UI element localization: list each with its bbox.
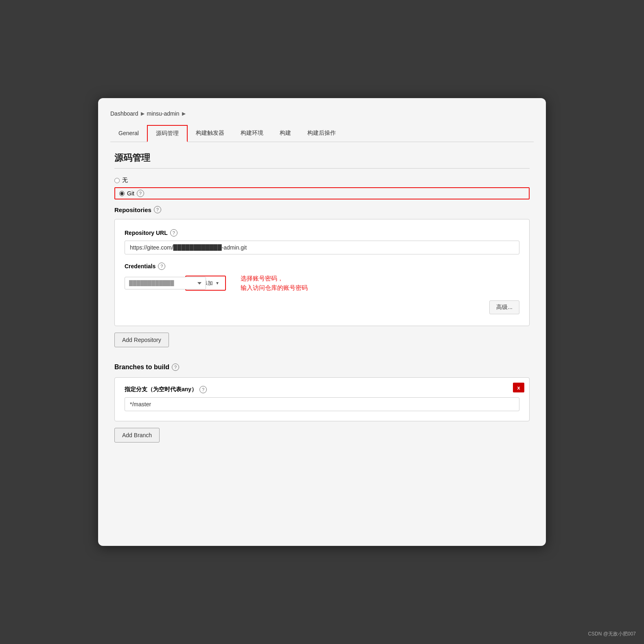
tab-general[interactable]: General [110, 125, 147, 142]
tab-build[interactable]: 构建 [272, 125, 299, 142]
chevron-down-icon: ▼ [215, 281, 219, 285]
branches-section: Branches to build ? x 指定分支（为空时代表any） ? A… [114, 364, 530, 442]
tab-post-build[interactable]: 构建后操作 [299, 125, 344, 142]
add-repository-button[interactable]: Add Repository [114, 333, 169, 347]
tab-scm[interactable]: 源码管理 [147, 125, 188, 142]
branch-field-label-row: 指定分支（为空时代表any） ? [125, 386, 519, 393]
content-area: 源码管理 无 Git ? Repositories ? Repositor [110, 152, 534, 442]
annotation-text: 选择账号密码，输入访问仓库的账号密码 [241, 274, 308, 292]
repo-url-input[interactable] [125, 241, 519, 254]
csdn-watermark: CSDN @无敌小肥007 [588, 631, 636, 637]
branches-label-row: Branches to build ? [114, 364, 530, 371]
branches-help-icon[interactable]: ? [172, 364, 179, 371]
branch-field-label: 指定分支（为空时代表any） [125, 386, 197, 393]
scm-none-radio[interactable] [114, 178, 120, 183]
branch-card: x 指定分支（为空时代表any） ? [114, 377, 530, 421]
main-window: Dashboard ▶ minsu-admin ▶ General 源码管理 构… [98, 98, 546, 546]
credentials-help-icon[interactable]: ? [158, 263, 165, 270]
breadcrumb-arrow-1: ▶ [141, 111, 145, 116]
scm-git-radio[interactable] [119, 191, 125, 196]
branch-field-help-icon[interactable]: ? [199, 386, 207, 393]
repo-url-help-icon[interactable]: ? [170, 229, 177, 237]
repo-url-label-row: Repository URL ? [125, 229, 519, 237]
repository-card: Repository URL ? Credentials ? █████████… [114, 219, 530, 326]
remove-branch-button[interactable]: x [513, 383, 524, 392]
tab-triggers[interactable]: 构建触发器 [188, 125, 232, 142]
breadcrumb: Dashboard ▶ minsu-admin ▶ [110, 110, 534, 117]
repositories-section: Repositories ? Repository URL ? Credenti… [114, 206, 530, 359]
advanced-row: 高级... [125, 300, 519, 314]
breadcrumb-dashboard[interactable]: Dashboard [110, 110, 138, 117]
repositories-help-icon[interactable]: ? [154, 206, 161, 213]
scm-option-git[interactable]: Git ? [114, 187, 530, 199]
scm-git-label: Git [127, 190, 134, 197]
scm-radio-group: 无 Git ? [114, 177, 530, 199]
repo-url-label: Repository URL [125, 230, 168, 236]
branch-input[interactable] [125, 397, 519, 411]
add-branch-button[interactable]: Add Branch [114, 428, 160, 442]
credentials-label-row: Credentials ? [125, 263, 519, 270]
repositories-label-row: Repositories ? [114, 206, 530, 213]
branches-label: Branches to build [114, 364, 169, 371]
git-help-icon[interactable]: ? [137, 190, 144, 197]
breadcrumb-arrow-2: ▶ [182, 111, 186, 116]
advanced-button[interactable]: 高级... [489, 300, 519, 314]
credentials-label: Credentials [125, 263, 156, 269]
tab-environment[interactable]: 构建环境 [232, 125, 272, 142]
breadcrumb-project[interactable]: minsu-admin [147, 110, 180, 117]
page-title: 源码管理 [114, 152, 530, 169]
credentials-select[interactable]: ████████████ [125, 277, 206, 289]
scm-option-none[interactable]: 无 [114, 177, 530, 184]
repositories-label: Repositories [114, 206, 151, 213]
scm-none-label: 无 [122, 177, 128, 184]
tab-bar: General 源码管理 构建触发器 构建环境 构建 构建后操作 [110, 125, 534, 142]
